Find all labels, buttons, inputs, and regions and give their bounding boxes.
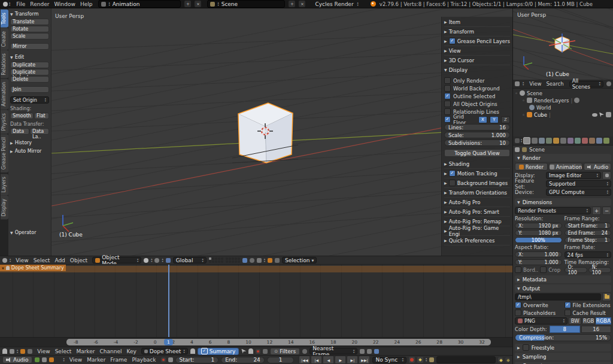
playback-button[interactable]: |◀ — [311, 356, 322, 364]
join-button[interactable]: Join — [10, 86, 49, 93]
set-origin-dropdown[interactable]: Set Origin ▴▾ — [10, 96, 49, 104]
panel-operator[interactable]: ▼Operator — [10, 229, 49, 236]
file-extensions-checkbox[interactable] — [565, 302, 571, 308]
file-extensions-row[interactable]: File Extensions — [565, 302, 612, 308]
secondary-viewport[interactable]: User Persp (1) Cube — [512, 8, 613, 80]
end-frame-field[interactable]: End: 24 — [221, 357, 265, 363]
pin-icon[interactable] — [515, 147, 520, 152]
bw-toggle[interactable]: BW — [569, 317, 581, 324]
panel-quick-preferences[interactable]: ▶Quick Preferences — [444, 236, 510, 245]
render-layers-tab-icon[interactable] — [532, 138, 538, 144]
render-tab-icon[interactable] — [523, 137, 530, 144]
grid-subdivisions-field[interactable]: Subdivisions:10 — [444, 139, 510, 146]
constraints-tab-icon[interactable] — [560, 138, 566, 144]
keying-set-icon[interactable] — [417, 357, 423, 363]
render-audio-button[interactable]: Audio — [584, 163, 611, 171]
menu-item[interactable]: View — [527, 81, 544, 87]
editor-type-icon[interactable] — [42, 357, 47, 362]
placeholders-row[interactable]: Placeholders — [515, 310, 562, 316]
add-layout-button[interactable]: + — [184, 1, 191, 7]
panel-grease-pencil-layers[interactable]: ▶Grease Pencil Layers — [444, 37, 510, 46]
snap-target-icon[interactable] — [250, 258, 254, 263]
file-format-dropdown[interactable]: PNG▴▾ — [515, 317, 568, 324]
panel-display[interactable]: ▼Display — [444, 65, 510, 74]
menu-item[interactable]: Marker — [74, 348, 97, 354]
playback-button[interactable]: ▶| — [347, 356, 358, 364]
resolution-percentage-slider[interactable]: 100% — [515, 237, 562, 243]
renderability-camera-icon[interactable] — [606, 112, 611, 117]
only-selected-icon[interactable] — [241, 349, 246, 354]
flat-button[interactable]: Flat — [34, 113, 49, 119]
panel-shading[interactable]: ▶Shading — [444, 159, 510, 169]
outliner-row-renderlayers[interactable]: ◦ RenderLayers | — [515, 97, 611, 104]
lock-interface-button[interactable] — [602, 171, 611, 180]
collapsed-panel[interactable]: ▶Sampling — [515, 353, 611, 360]
editor-type-icon[interactable] — [2, 258, 7, 263]
data-layout-button[interactable]: Data La.. — [30, 128, 49, 135]
menu-item[interactable]: Help — [78, 1, 95, 7]
menu-item[interactable]: Render — [28, 1, 51, 7]
depth-8-toggle[interactable]: 8 — [550, 326, 580, 333]
use-preview-range-icon[interactable] — [161, 357, 166, 362]
grid-floor-checkbox[interactable] — [444, 116, 451, 123]
relationship-lines-checkbox[interactable] — [444, 108, 451, 115]
mode-selector[interactable]: Dope Sheet ▴▾ — [141, 348, 188, 354]
active-keying-set-field[interactable] — [436, 356, 496, 363]
toolshelf-tab[interactable]: Layers — [1, 174, 8, 195]
axis-x-toggle[interactable]: X — [478, 116, 487, 123]
tool-button[interactable]: Duplicate Linked — [10, 69, 49, 75]
outline-selected-checkbox[interactable] — [444, 93, 451, 99]
add-preset-button[interactable]: + — [592, 207, 601, 215]
close-scene-button[interactable]: × — [299, 1, 305, 7]
panel-render[interactable]: ▼Render — [515, 154, 611, 162]
aspect-x-field[interactable]: X:1.000 — [515, 251, 562, 257]
world-background-row[interactable]: World Background — [444, 84, 510, 92]
screen-layout-field[interactable]: ▴▾ Animation — [98, 0, 181, 8]
scene-field[interactable]: ▴▾ Scene — [207, 0, 285, 8]
panel-autorig[interactable]: ▶Auto-Rig Pro: Game Engi — [444, 226, 510, 236]
tool-button[interactable]: Rotate — [10, 26, 49, 32]
pivot-point-icon[interactable] — [154, 258, 159, 263]
playhead[interactable] — [168, 265, 169, 338]
aspect-y-field[interactable]: Y:1.000 — [515, 259, 562, 265]
depth-16-toggle[interactable]: 16 — [581, 326, 612, 333]
outliner-row-cube[interactable]: ◦ Cube | — [515, 111, 611, 118]
grid-floor-row[interactable]: Grid Floor X Y Z — [444, 116, 510, 123]
mirror-button[interactable]: Mirror — [10, 43, 49, 50]
snap-mode-selector[interactable]: Nearest Frame ▴▾ — [309, 348, 357, 354]
editor-type-icon[interactable] — [10, 349, 14, 354]
data-button[interactable]: Data — [10, 128, 29, 135]
frame-rate-dropdown[interactable]: 24 fps▴▾ — [565, 251, 612, 258]
toolshelf-tab[interactable]: Grease Pencil — [1, 134, 8, 172]
menu-item[interactable]: Frame — [108, 357, 129, 363]
overwrite-checkbox[interactable] — [515, 302, 521, 308]
particles-tab-icon[interactable] — [596, 138, 602, 144]
panel-3d-cursor[interactable]: ▶3D Cursor — [444, 56, 510, 65]
only-render-row[interactable]: Only Render — [444, 77, 510, 84]
menu-item[interactable]: Select — [53, 348, 74, 354]
cache-result-checkbox[interactable] — [565, 310, 571, 316]
hide-hidden-icon[interactable] — [248, 348, 253, 354]
layers-grid-1[interactable] — [209, 257, 223, 263]
toolshelf-tab[interactable]: Create — [1, 28, 8, 50]
render-button[interactable]: Render — [515, 163, 548, 171]
auto-keyframe-record-icon[interactable] — [409, 357, 415, 363]
menu-item[interactable]: Select — [31, 257, 53, 263]
start-frame-field[interactable]: Start: 1 — [175, 357, 219, 363]
rgba-toggle[interactable]: RGBA — [596, 317, 611, 324]
menu-item[interactable]: View — [35, 348, 52, 354]
freestyle-checkbox[interactable] — [523, 344, 529, 351]
display-mode-selector[interactable]: All Scenes ▴▾ — [569, 81, 603, 87]
panel-transform[interactable]: ▶Transform — [444, 27, 510, 37]
multiword-filter-icon[interactable] — [263, 349, 268, 354]
panel-item[interactable]: ▶Item — [444, 17, 510, 27]
menu-item[interactable]: Window — [51, 1, 78, 7]
selectability-cursor-icon[interactable] — [599, 113, 604, 117]
remap-old-field[interactable]: O: 100 — [565, 267, 587, 273]
layers-grid-2[interactable] — [226, 257, 240, 263]
feature-set-dropdown[interactable]: Supported▴▾ — [546, 180, 611, 187]
panel-transform-tools[interactable]: ▼Transform — [10, 10, 49, 17]
start-frame-field[interactable]: Start Frame:1 — [565, 223, 612, 229]
all-object-origins-row[interactable]: All Object Origins — [444, 100, 510, 108]
display-dropdown[interactable]: Image Editor▴▾ — [546, 172, 601, 179]
